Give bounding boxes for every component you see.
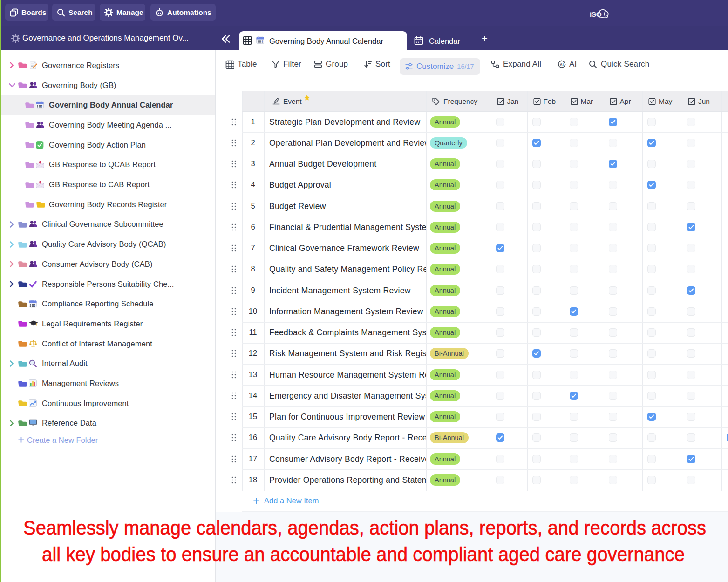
svg-text:AI: AI bbox=[560, 62, 564, 67]
